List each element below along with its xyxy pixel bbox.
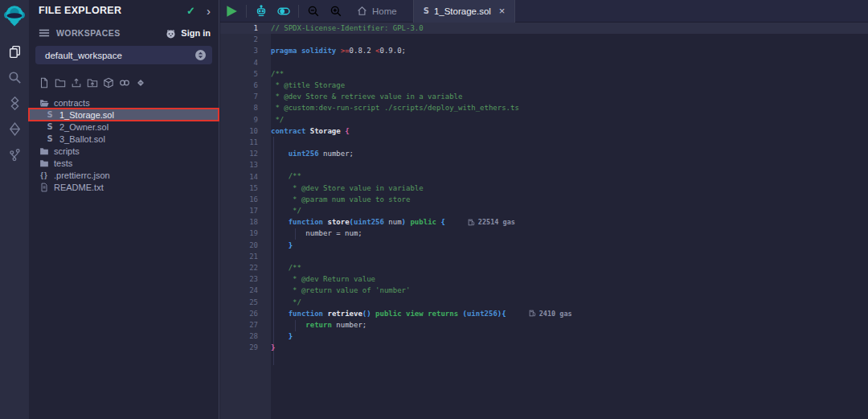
- deploy-run-icon: [8, 122, 22, 136]
- tree-item-label: contracts: [54, 98, 90, 108]
- code-line-11: 11: [220, 137, 868, 148]
- chevron-right-icon[interactable]: ›: [207, 5, 211, 17]
- run-script-button[interactable]: [220, 0, 243, 23]
- workspaces-label: WORKSPACES: [56, 28, 165, 38]
- code-line-23: 23 * @dev Return value: [220, 273, 868, 285]
- gist-icon: [135, 77, 146, 88]
- tab-label: 1_Storage.sol: [434, 6, 491, 16]
- new-file-icon[interactable]: [39, 77, 50, 88]
- code-line-15: 15 * @dev Store value in variable: [220, 183, 868, 194]
- tree-item-1-storage-sol[interactable]: S1_Storage.sol: [29, 109, 219, 121]
- tab-1-storage-sol[interactable]: S1_Storage.sol×: [413, 0, 516, 23]
- gist-icon[interactable]: [135, 77, 146, 88]
- activity-search-icon[interactable]: [0, 64, 29, 90]
- code-text: function store(uint256 num) public {: [271, 216, 445, 228]
- code-text: * @return value of 'number': [271, 285, 410, 296]
- tree-item--prettierrc-json[interactable]: {}.prettierrc.json: [29, 169, 219, 181]
- line-number: 5: [220, 70, 271, 78]
- json-file-icon: {}: [39, 170, 50, 179]
- activity-file-explorer-icon[interactable]: [0, 39, 29, 64]
- ai-assistant-button-icon: [255, 5, 268, 18]
- code-line-4: 4: [220, 57, 868, 68]
- code-line-25: 25 */: [220, 297, 868, 308]
- code-line-10: 10contract Storage {: [220, 125, 868, 137]
- zoom-in-button[interactable]: [325, 0, 347, 23]
- box-icon[interactable]: [103, 77, 114, 88]
- line-number: 6: [220, 81, 271, 89]
- line-number: 15: [220, 184, 271, 192]
- code-line-8: 8 * @custom:dev-run-script ./scripts/dep…: [220, 102, 868, 113]
- zoom-out-button-icon: [307, 5, 320, 18]
- code-line-28: 28 }: [220, 331, 868, 342]
- git-icon: [8, 148, 22, 162]
- activity-bar: [0, 0, 29, 419]
- line-number: 17: [220, 207, 271, 215]
- github-icon: [165, 28, 177, 39]
- activity-git-icon[interactable]: [0, 142, 29, 167]
- tree-item-label: README.txt: [54, 183, 104, 192]
- zoom-out-button[interactable]: [302, 0, 325, 23]
- activity-solidity-compiler-icon[interactable]: [0, 90, 29, 116]
- code-line-2: 2: [220, 34, 868, 45]
- code-line-29: 29}: [220, 342, 868, 353]
- line-number: 27: [220, 321, 271, 329]
- workspace-select[interactable]: default_workspace: [35, 46, 212, 64]
- remix-logo: [2, 4, 27, 28]
- tree-item-label: scripts: [54, 146, 80, 156]
- tree-item-contracts[interactable]: contracts: [29, 97, 219, 109]
- new-folder-icon[interactable]: [55, 77, 66, 88]
- code-line-22: 22 /**: [220, 262, 868, 273]
- code-line-27: 27 return number;: [220, 319, 868, 331]
- code-text: contract Storage {: [271, 125, 350, 137]
- code-text: uint256 number;: [271, 148, 354, 159]
- search-icon: [8, 71, 22, 84]
- hamburger-menu-icon[interactable]: [39, 28, 50, 38]
- fuel-icon: [529, 310, 536, 317]
- ai-assistant-button[interactable]: [250, 0, 272, 23]
- line-number: 26: [220, 310, 271, 318]
- tree-item-tests[interactable]: tests: [29, 157, 219, 169]
- sign-in-button[interactable]: Sign in: [165, 28, 211, 39]
- line-number: 22: [220, 264, 271, 272]
- check-icon[interactable]: ✓: [186, 5, 195, 17]
- tree-item-3-ballot-sol[interactable]: S3_Ballot.sol: [29, 133, 219, 145]
- fuel-icon: [468, 219, 475, 226]
- workspace-stepper-icon[interactable]: [195, 50, 206, 60]
- folder-icon: [39, 158, 50, 168]
- activity-deploy-run-icon[interactable]: [0, 116, 29, 142]
- line-number: 18: [220, 218, 271, 226]
- close-tab-icon[interactable]: ×: [499, 6, 506, 16]
- code-text: }: [271, 331, 293, 342]
- upload-file-icon[interactable]: [71, 77, 82, 88]
- gas-estimate-badge: 22514 gas: [468, 218, 515, 226]
- tree-item-label: 1_Storage.sol: [59, 110, 114, 120]
- tab-home[interactable]: Home: [347, 0, 407, 23]
- tree-item-scripts[interactable]: scripts: [29, 145, 219, 157]
- editor-topbar: HomeS1_Storage.sol×: [220, 0, 868, 23]
- upload-folder-icon[interactable]: [87, 77, 98, 88]
- solidity-file-icon: S: [44, 134, 55, 143]
- code-text: // SPDX-License-Identifier: GPL-3.0: [271, 23, 424, 34]
- tree-item-2-owner-sol[interactable]: S2_Owner.sol: [29, 121, 219, 133]
- line-number: 24: [220, 286, 271, 294]
- folder-open-icon: [39, 98, 50, 108]
- tree-item-label: .prettierrc.json: [54, 170, 110, 180]
- code-text: */: [271, 205, 301, 216]
- tree-item-readme-txt[interactable]: README.txt: [29, 181, 219, 193]
- link-icon[interactable]: [119, 77, 130, 88]
- toggle-button-icon: [277, 5, 290, 18]
- gas-estimate-badge: 2410 gas: [529, 310, 572, 318]
- line-number: 8: [220, 104, 271, 112]
- upload-file-icon: [71, 77, 82, 88]
- line-number: 9: [220, 116, 271, 124]
- toggle-button[interactable]: [272, 0, 295, 23]
- code-text: * @dev Return value: [271, 273, 375, 285]
- code-text: * @param num value to store: [271, 194, 410, 205]
- activity-remix-logo[interactable]: [0, 0, 29, 32]
- code-line-24: 24 * @return value of 'number': [220, 285, 868, 296]
- code-line-1: 1// SPDX-License-Identifier: GPL-3.0: [220, 23, 868, 34]
- code-editor[interactable]: 1// SPDX-License-Identifier: GPL-3.023pr…: [220, 23, 868, 419]
- code-line-26: 26 function retrieve() public view retur…: [220, 308, 868, 319]
- code-text: function retrieve() public view returns …: [271, 308, 506, 319]
- tab-label: Home: [372, 6, 397, 16]
